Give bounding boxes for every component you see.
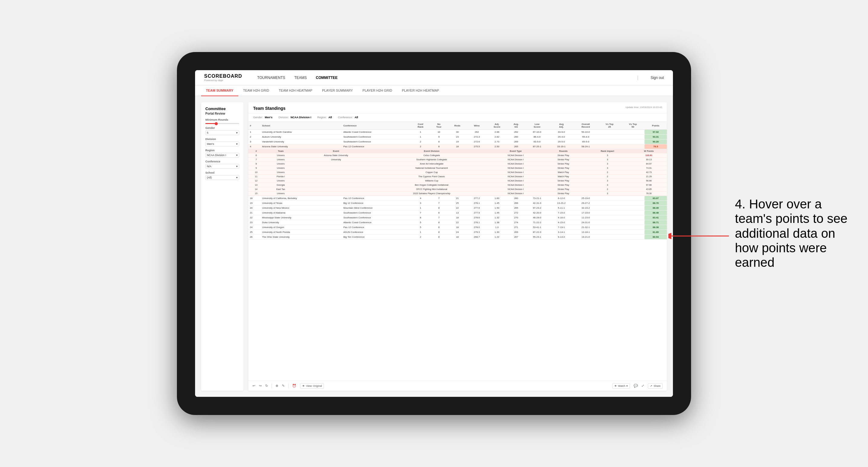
subnav-team-h2h-grid[interactable]: TEAM H2H GRID	[238, 85, 274, 96]
col-points: Points	[645, 122, 667, 130]
right-panel: Team Standings Update time: 13/03/2024 1…	[248, 102, 667, 391]
table-row: 22 Mississippi State University Southeas…	[248, 215, 667, 220]
annotation-area: 4. Hover over a team's points to see add…	[735, 197, 850, 270]
sidebar: Committee Portal Review Minimum Rounds G…	[201, 102, 244, 391]
filter-division: Division: NCAA Division I	[279, 116, 311, 119]
subnav-player-h2h-heatmap[interactable]: PLAYER H2H HEATMAP	[397, 85, 444, 96]
clock-icon[interactable]: ⏰	[292, 384, 297, 388]
sidebar-subtitle: Portal Review	[205, 112, 239, 115]
nav-links: TOURNAMENTS TEAMS COMMITTEE	[257, 75, 338, 80]
table-row-highlighted: 4 Arizona State University Pac-12 Confer…	[248, 144, 667, 149]
sidebar-gender-label: Gender	[205, 126, 239, 129]
table-row: 18 University of California, Berkeley Pa…	[248, 196, 667, 201]
refresh-icon[interactable]: ↻	[265, 384, 268, 388]
slider-track[interactable]	[205, 123, 239, 124]
logo-area: SCOREBOARD Powered by clippi	[204, 73, 242, 82]
expanded-row-item: 13 Georgia Ben Hogan Collegiate Invitati…	[248, 183, 667, 187]
sidebar-school-value[interactable]: (All) ▾	[205, 175, 239, 180]
filter-region: Region: All	[317, 116, 332, 119]
toolbar-right: 👁 Watch ▾ 💬 ⤢ ↗ Share	[612, 383, 663, 389]
expand-icon[interactable]: ⤢	[642, 384, 644, 388]
expanded-table: # Team Event Event Division Event Type R…	[248, 149, 667, 196]
slider-fill	[205, 123, 216, 124]
subnav-player-summary[interactable]: PLAYER SUMMARY	[317, 85, 358, 96]
table-row: 1 University of North Carolina Atlantic …	[248, 130, 667, 134]
chevron-down-icon: ▾	[626, 384, 628, 387]
col-rnds: Rnds	[447, 122, 467, 130]
main-content: Committee Portal Review Minimum Rounds G…	[195, 96, 673, 397]
expanded-row-item: 6 Univers Arizona State University Celso…	[248, 153, 667, 158]
filter-gender: Gender: Men's	[253, 116, 273, 119]
col-school: School	[260, 122, 342, 130]
subnav: TEAM SUMMARY TEAM H2H GRID TEAM H2H HEAT…	[195, 85, 673, 96]
logo-text: SCOREBOARD	[204, 73, 242, 79]
toolbar: ↩ ↪ ↻ ⊕ ✎ ⏰ 👁 View: Original 👁	[248, 380, 667, 391]
share-icon: ↗	[650, 384, 652, 387]
table-header: # School Conference ConfRank NoTour Rnds…	[248, 122, 667, 130]
sidebar-region-label: Region	[205, 149, 239, 152]
sidebar-min-rounds-label: Minimum Rounds	[205, 118, 239, 121]
panel-header: Team Standings Update time: 13/03/2024 1…	[248, 102, 667, 114]
expanded-row-item: 7 Univers University Southern Highlands …	[248, 158, 667, 162]
undo-icon[interactable]: ↩	[252, 384, 255, 388]
table-row: 24 University of Oregon Pac-12 Conferenc…	[248, 225, 667, 230]
sidebar-title: Committee	[205, 106, 239, 111]
subnav-team-summary[interactable]: TEAM SUMMARY	[201, 85, 238, 96]
col-adj-score: Adj.Score	[487, 122, 507, 130]
table-row: 19 University of Texas Big 12 Conference…	[248, 201, 667, 206]
expanded-row-item: 8 Univers Amer Art Intercollegiate NCAA …	[248, 162, 667, 166]
logo-sub: Powered by clippi	[204, 79, 242, 82]
nav-committee[interactable]: COMMITTEE	[316, 75, 338, 80]
watch-button[interactable]: 👁 Watch ▾	[612, 383, 630, 389]
table-row: 25 University of North Florida ASUN Conf…	[248, 230, 667, 235]
col-conf-rank: ConfRank	[411, 122, 430, 130]
toolbar-separator-2	[288, 383, 288, 388]
nav-teams[interactable]: TEAMS	[294, 75, 307, 80]
subnav-team-h2h-heatmap[interactable]: TEAM H2H HEATMAP	[274, 85, 317, 96]
nav-tournaments[interactable]: TOURNAMENTS	[257, 75, 285, 80]
expanded-body: # Team Event Event Division Event Type R…	[248, 149, 667, 196]
table-container: # School Conference ConfRank NoTour Rnds…	[248, 122, 667, 380]
comment-icon[interactable]: 💬	[633, 384, 638, 388]
table-row: 3 Vanderbilt University Southeastern Con…	[248, 139, 667, 144]
toolbar-separator	[272, 383, 272, 388]
expanded-row-item: 15 Univers 2023 Sahalee Players Champion…	[248, 191, 667, 196]
copy-icon[interactable]: ⊕	[276, 384, 278, 388]
col-overall: OverallRecord	[574, 122, 598, 130]
sign-out-button[interactable]: Sign out	[651, 75, 664, 80]
sidebar-region-value[interactable]: NCAA Division I ▾	[205, 153, 239, 158]
table-row: 23 Duke University Atlantic Coast Confer…	[248, 220, 667, 225]
sidebar-division-label: Division	[205, 137, 239, 141]
expanded-row: # Team Event Event Division Event Type R…	[248, 149, 667, 196]
eye-icon: 👁	[302, 384, 305, 387]
col-avg-adj: AvgAdj.	[549, 122, 574, 130]
sidebar-conference-value[interactable]: N/A ▾	[205, 164, 239, 169]
watch-icon: 👁	[614, 384, 617, 387]
table-body: 1 University of North Carolina Atlantic …	[248, 130, 667, 240]
table-row: 26 The Ohio State University Big Ten Con…	[248, 235, 667, 240]
expanded-row-item: 14 East Tan OFCC Fighting Illini Invitat…	[248, 187, 667, 191]
redo-icon[interactable]: ↪	[259, 384, 261, 388]
col-rank: #	[248, 122, 260, 130]
table-row: 21 University of Alabama Southeastern Co…	[248, 211, 667, 215]
edit-icon[interactable]: ✎	[282, 384, 285, 388]
navbar: SCOREBOARD Powered by clippi TOURNAMENTS…	[195, 70, 673, 85]
col-avg-sg: Avg.SG	[507, 122, 525, 130]
sidebar-school-label: School	[205, 171, 239, 174]
sidebar-division-value[interactable]: Men's ▾	[205, 142, 239, 146]
tablet-screen: SCOREBOARD Powered by clippi TOURNAMENTS…	[195, 70, 673, 397]
expanded-row-item: 12 Univers Williams Cup NCAA Division I …	[248, 179, 667, 183]
slider-thumb[interactable]	[215, 122, 218, 125]
expanded-row-item: 9 Univers National Invitational Tourname…	[248, 166, 667, 170]
table-row: 20 University of New Mexico Mountain Wes…	[248, 206, 667, 211]
standings-table: # School Conference ConfRank NoTour Rnds…	[248, 122, 667, 240]
sidebar-gender-value[interactable]: 5 ▾	[205, 130, 239, 135]
subnav-player-h2h-grid[interactable]: PLAYER H2H GRID	[358, 85, 397, 96]
share-button[interactable]: ↗ Share	[648, 383, 663, 389]
col-top25: Vs Top25	[598, 122, 621, 130]
tablet-frame: SCOREBOARD Powered by clippi TOURNAMENTS…	[177, 52, 691, 415]
view-original-button[interactable]: 👁 View: Original	[300, 383, 324, 389]
col-conference: Conference	[342, 122, 411, 130]
col-top50: Vs Top50	[621, 122, 645, 130]
col-no-tour: NoTour	[430, 122, 447, 130]
